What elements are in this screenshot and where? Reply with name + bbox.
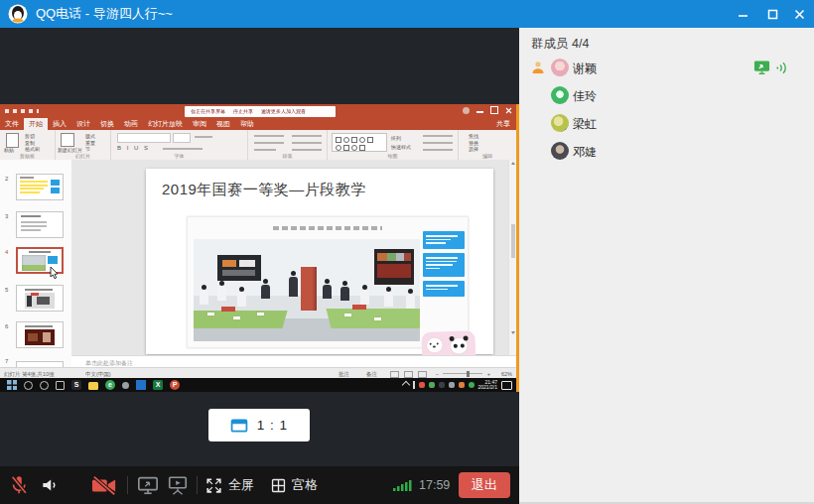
person-figure	[323, 279, 332, 299]
tv-thumb-white	[239, 260, 255, 267]
speaker-button[interactable]	[40, 466, 60, 504]
ppt-tab-design: 设计	[71, 118, 95, 130]
zoom-out-button: −	[436, 371, 439, 377]
shape-fill-button	[423, 135, 453, 137]
maximize-button[interactable]	[757, 0, 787, 28]
window-title: QQ电话 - 导游四人行~~	[36, 0, 173, 28]
person-body	[406, 295, 415, 309]
exit-call-button[interactable]: 退出	[459, 472, 510, 498]
shared-screen[interactable]: 你正在共享屏幕 停止共享 邀请更多人加入观看 文件 开始 插入 设计 切换 动画…	[0, 104, 519, 392]
find-label: 查找	[469, 133, 478, 139]
person-body	[384, 293, 393, 307]
thumb2-highlight-line	[20, 191, 40, 193]
person-figure	[217, 281, 226, 301]
tray-flame-icon	[459, 382, 465, 388]
ppt-titlebar: 你正在共享屏幕 停止共享 邀请更多人加入观看	[0, 104, 516, 118]
member-row-jialing[interactable]: 佳玲	[519, 81, 814, 109]
ppt-close-icon	[505, 107, 512, 114]
fullscreen-button[interactable]: 全屏	[204, 466, 254, 504]
shape-oval-icon	[359, 137, 365, 143]
member-row-lianghong[interactable]: 梁虹	[519, 109, 814, 137]
callout-text-line	[426, 264, 453, 266]
thumb3-text-line	[21, 229, 41, 231]
thumb-number-7: 7	[5, 358, 8, 364]
camera-off-button[interactable]	[91, 466, 117, 504]
group-label-clipboard: 剪贴板	[0, 153, 55, 159]
thumb5-monitor	[37, 297, 50, 305]
thumb-number-6: 6	[5, 323, 8, 329]
panda-ear	[450, 336, 455, 341]
bear-eye	[437, 342, 439, 344]
shape-outline-button	[423, 142, 453, 144]
grid-view-button[interactable]: 宫格	[270, 466, 318, 504]
share-screen-icon	[137, 474, 159, 496]
slide-thumbnail-6	[16, 321, 64, 348]
person-head	[408, 289, 413, 294]
avatar	[551, 142, 569, 160]
tv2-red-band	[377, 264, 411, 278]
fullscreen-icon	[204, 476, 223, 495]
close-button[interactable]	[784, 0, 814, 28]
qq-logo-icon	[8, 4, 28, 24]
replace-label: 替换	[469, 140, 478, 146]
person-head	[202, 285, 206, 290]
scale-1-1-button[interactable]: 1 : 1	[208, 409, 310, 441]
tray-chevron-icon	[401, 381, 409, 389]
toolbar-divider	[197, 476, 198, 494]
person-figure	[360, 285, 369, 305]
maximize-icon	[767, 9, 778, 20]
ppt-restore-icon	[490, 106, 498, 114]
person-figure	[200, 285, 208, 305]
person-figure	[384, 287, 393, 307]
picture-caption-line	[273, 226, 382, 230]
paste-icon	[6, 133, 19, 148]
group-label-editing: 编辑	[459, 153, 516, 159]
ppt-tab-strip: 文件 开始 插入 设计 切换 动画 幻灯片放映 审阅 视图 帮助 共享	[0, 118, 516, 130]
thumb3-text-line	[21, 221, 47, 223]
thumb2-title-line	[20, 177, 34, 179]
callout-text-line	[426, 261, 457, 263]
window-titlebar[interactable]: QQ电话 - 导游四人行~~	[0, 0, 814, 28]
thumb-number-4: 4	[5, 249, 8, 255]
call-toolbar: 全屏 宫格 17:59 退出	[0, 466, 519, 504]
tray-display-icon	[501, 381, 512, 390]
language-indicator: 中文(中国)	[85, 371, 111, 378]
slideshow-view-icon	[418, 371, 427, 378]
shape-circle-icon	[343, 137, 349, 143]
zoom-slider	[443, 373, 482, 374]
person-figure	[406, 289, 415, 309]
whiteboard-button[interactable]	[167, 466, 189, 504]
group-label-drawing: 绘图	[328, 153, 458, 159]
person-head	[342, 281, 347, 286]
taskbar-search-icon	[24, 381, 33, 390]
panda-eye-patch	[454, 344, 458, 348]
person-head	[219, 281, 224, 286]
qq-share-banner: 你正在共享屏幕 停止共享 邀请更多人加入观看	[185, 106, 336, 117]
thumb2-blue-chip	[51, 188, 60, 193]
avatar	[551, 59, 569, 76]
cortana-icon	[40, 381, 49, 390]
font-name-box	[117, 133, 171, 143]
member-row-dengjie[interactable]: 邓婕	[519, 137, 814, 165]
qq-call-window: QQ电话 - 导游四人行~~ 群成员 4/4 谢颖	[0, 0, 814, 504]
start-button-icon	[7, 380, 17, 390]
indent-buttons	[254, 149, 276, 151]
slide-thumbnail-5	[16, 285, 64, 312]
minimize-button[interactable]	[728, 0, 757, 28]
desk-red-sign	[352, 305, 366, 310]
thumb2-highlight-line	[20, 188, 44, 189]
comments-button: 批注	[339, 371, 349, 378]
person-body	[360, 291, 369, 305]
shape-dot-icon	[351, 145, 357, 151]
ppt-tab-insert: 插入	[48, 118, 71, 130]
panda-eye-patch	[461, 343, 465, 347]
browser-icon: e	[105, 380, 115, 390]
mic-mute-button[interactable]	[8, 466, 30, 504]
scale-label: 1 : 1	[257, 418, 288, 433]
slide-thumbnail-3	[16, 211, 64, 238]
excel-icon: X	[153, 380, 163, 390]
screen-share-button[interactable]	[137, 466, 159, 504]
member-row-xieying[interactable]: 谢颖	[519, 54, 814, 81]
bear-eye	[430, 343, 432, 345]
zoom-slider-thumb	[467, 371, 470, 377]
